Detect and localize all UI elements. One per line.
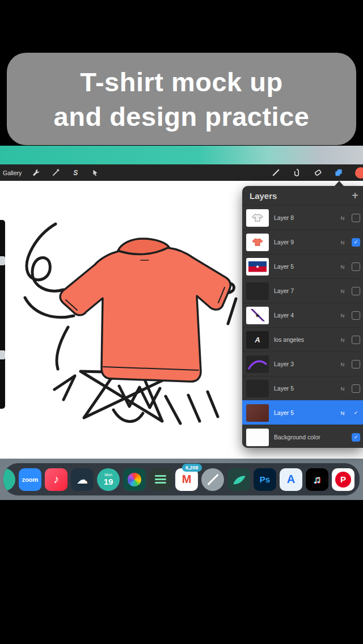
eraser-icon[interactable] — [313, 168, 322, 177]
layer-blend-mode[interactable]: N — [339, 410, 347, 416]
layer-row[interactable]: Layer 8 N — [242, 205, 363, 230]
layer-visibility-checkbox[interactable] — [352, 214, 360, 222]
letterbox-bottom — [0, 500, 363, 644]
photoshop-label: Ps — [260, 474, 270, 484]
tiktok-app-icon[interactable] — [306, 468, 328, 491]
layer-name: Layer 8 — [274, 214, 334, 221]
layer-row[interactable]: Layer 7 N — [242, 278, 363, 303]
brush-size-slider-handle[interactable] — [0, 256, 5, 265]
layer-name: Layer 7 — [274, 287, 334, 294]
pinterest-app-icon[interactable]: P — [332, 468, 354, 491]
actions-wrench-icon[interactable] — [31, 168, 40, 177]
gallery-button[interactable]: Gallery — [3, 170, 22, 176]
layer-row[interactable]: Layer 3 N — [242, 351, 363, 376]
layer-name: Layer 3 — [274, 361, 334, 367]
layer-row-selected[interactable]: Layer 5 N — [242, 400, 363, 425]
layer-thumbnail-empty — [246, 380, 269, 397]
layer-thumbnail-purple-stroke — [246, 355, 269, 373]
background-color-row[interactable]: Background color — [242, 425, 363, 448]
layer-blend-mode[interactable]: N — [339, 361, 347, 367]
appstore-app-icon[interactable]: A — [280, 468, 302, 491]
layer-name: los angeles — [274, 336, 334, 343]
layer-blend-mode[interactable]: N — [339, 239, 347, 245]
layer-row[interactable]: Layer 4 N — [242, 303, 363, 327]
layer-visibility-checkbox[interactable] — [352, 336, 360, 344]
gmail-app-icon[interactable]: 6,208 M — [175, 468, 198, 491]
brush-opacity-slider-handle[interactable] — [0, 350, 5, 359]
layers-panel-pointer — [335, 181, 344, 186]
video-frame: T-shirt mock up and design practice Gall… — [0, 0, 363, 644]
layer-visibility-checkbox[interactable] — [352, 311, 360, 320]
pinterest-p-icon: P — [335, 472, 351, 488]
blocked-circle-app-icon[interactable] — [201, 468, 224, 491]
soundcloud-app-icon[interactable] — [71, 468, 94, 491]
leaf-swoosh-app-icon[interactable] — [227, 468, 250, 491]
photos-app-icon[interactable] — [123, 468, 146, 491]
layer-thumbnail-orange-shirt — [246, 234, 269, 251]
layer-thumbnail-letter: A — [255, 336, 260, 344]
zoom-app-icon[interactable]: zoom — [19, 468, 41, 491]
layer-blend-mode[interactable]: N — [339, 288, 347, 294]
layer-row[interactable]: Layer 5 N — [242, 376, 363, 400]
active-color-swatch[interactable] — [355, 167, 363, 179]
list-lines-icon — [155, 478, 166, 480]
title-line-1: T-shirt mock up — [80, 65, 282, 99]
calendar-app-icon[interactable]: Mon 19 — [97, 468, 120, 491]
layer-thumbnail-maroon — [246, 404, 269, 422]
layer-visibility-checkbox[interactable] — [352, 287, 360, 295]
transform-arrow-icon[interactable] — [91, 168, 100, 177]
layer-name: Layer 5 — [274, 409, 334, 416]
teal-accent-bar — [0, 146, 363, 164]
background-color-thumbnail — [246, 429, 269, 446]
video-title-card: T-shirt mock up and design practice — [7, 53, 356, 145]
layer-name: Layer 5 — [274, 385, 334, 392]
dock-region: zoom Mon 19 6,208 M — [0, 459, 363, 500]
layer-visibility-checkbox[interactable] — [352, 262, 360, 271]
gmail-letter: M — [182, 473, 192, 486]
layer-visibility-checkbox[interactable] — [352, 384, 360, 393]
selection-icon[interactable]: S — [71, 168, 80, 177]
brush-icon[interactable] — [271, 168, 280, 177]
gmail-badge: 6,208 — [182, 464, 202, 472]
title-line-2: and design practice — [54, 99, 310, 134]
layer-thumbnail-star-logo — [246, 307, 269, 324]
layer-blend-mode[interactable]: N — [339, 385, 347, 392]
appstore-letter: A — [287, 473, 295, 486]
layer-thumbnail-allstar-logo — [246, 258, 269, 276]
layer-name: Background color — [274, 434, 334, 440]
adjustments-wand-icon[interactable] — [51, 168, 60, 177]
dock: zoom Mon 19 6,208 M — [3, 463, 360, 495]
calendar-date: 19 — [104, 477, 113, 486]
layer-blend-mode[interactable]: N — [339, 312, 347, 319]
photos-flower-icon — [128, 473, 141, 486]
layer-visibility-checkbox[interactable] — [352, 433, 360, 442]
layer-visibility-checkbox[interactable] — [352, 238, 360, 247]
layers-panel-header: Layers + — [242, 186, 363, 205]
layer-name: Layer 4 — [274, 312, 334, 319]
slash-icon — [207, 473, 219, 485]
layers-panel-title: Layers — [250, 191, 352, 201]
layer-thumbnail-white-shirt — [246, 209, 269, 227]
list-app-icon[interactable] — [149, 468, 172, 491]
layer-row[interactable]: A los angeles N — [242, 327, 363, 351]
procreate-toolbar: Gallery S — [0, 164, 363, 181]
partial-app-icon[interactable] — [3, 468, 15, 491]
layers-panel-button[interactable] — [334, 168, 343, 177]
layer-row[interactable]: Layer 9 N — [242, 230, 363, 254]
layer-thumbnail-empty — [246, 282, 269, 300]
layer-name: Layer 9 — [274, 239, 334, 245]
music-app-icon[interactable] — [45, 468, 67, 491]
layer-blend-mode[interactable]: N — [339, 264, 347, 270]
layer-name: Layer 5 — [274, 263, 334, 270]
layer-blend-mode[interactable]: N — [339, 215, 347, 221]
layer-blend-mode[interactable]: N — [339, 337, 347, 343]
add-layer-button[interactable]: + — [352, 190, 358, 201]
photoshop-app-icon[interactable]: Ps — [254, 468, 276, 491]
layer-visibility-checkbox[interactable] — [352, 360, 360, 368]
layers-panel: Layers + Layer 8 N Layer 9 N Layer 5 N — [242, 186, 363, 448]
smudge-finger-icon[interactable] — [292, 168, 301, 177]
zoom-label: zoom — [22, 476, 39, 483]
layer-row[interactable]: Layer 5 N — [242, 254, 363, 278]
layer-visibility-checkbox[interactable] — [352, 409, 360, 417]
procreate-sidebar-sliders[interactable] — [0, 220, 5, 409]
